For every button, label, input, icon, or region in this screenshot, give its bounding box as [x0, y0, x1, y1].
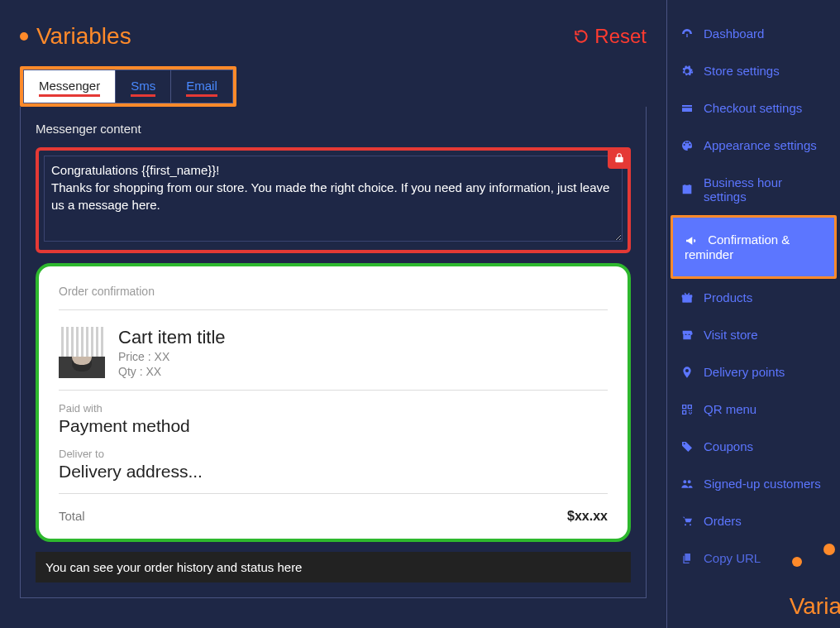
lock-badge [608, 147, 631, 169]
bullet-icon [20, 32, 28, 41]
total-value: $xx.xx [567, 509, 608, 524]
pin-icon [680, 366, 694, 379]
reset-button[interactable]: Reset [573, 25, 647, 48]
divider [59, 493, 608, 494]
floating-label: Varia [790, 593, 840, 620]
tab-email[interactable]: Email [171, 70, 232, 103]
paid-with-label: Paid with [59, 402, 608, 415]
divider [59, 309, 608, 310]
megaphone-icon [685, 234, 698, 247]
dashboard-icon [680, 27, 694, 41]
deliver-to-value: Delivery address... [59, 462, 608, 482]
sidebar-item-orders[interactable]: Orders [667, 502, 840, 539]
total-label: Total [59, 509, 85, 524]
palette-icon [680, 139, 694, 152]
sidebar-item-coupons[interactable]: Coupons [667, 428, 840, 465]
cart-item-image [59, 327, 105, 378]
cart-icon [680, 515, 694, 528]
qr-icon [680, 403, 694, 416]
sidebar-item-confirmation-reminder[interactable]: Confirmation & reminder [671, 215, 837, 279]
order-confirmation-title: Order confirmation [59, 285, 608, 298]
history-preview: You can see your order history and statu… [36, 552, 631, 582]
sidebar-item-qr-menu[interactable]: QR menu [667, 391, 840, 428]
content-panel: Messenger content Order confirmation Car… [20, 107, 647, 598]
sidebar-item-business-hour-settings[interactable]: Business hour settings [667, 164, 840, 215]
section-label: Messenger content [36, 122, 631, 136]
sidebar-item-delivery-points[interactable]: Delivery points [667, 353, 840, 391]
cart-item-qty: Qty : XX [118, 365, 226, 378]
gear-icon [680, 65, 694, 78]
deliver-to-label: Deliver to [59, 448, 608, 460]
sidebar-item-products[interactable]: Products [667, 279, 840, 316]
sidebar-item-signed-up-customers[interactable]: Signed-up customers [667, 465, 840, 502]
card-icon [680, 102, 694, 115]
decoration-dot [823, 544, 835, 555]
sidebar-item-appearance-settings[interactable]: Appearance settings [667, 127, 840, 164]
sidebar: Dashboard Store settings Checkout settin… [666, 0, 840, 628]
decoration-dot [792, 557, 802, 567]
sidebar-item-visit-store[interactable]: Visit store [667, 316, 840, 353]
sidebar-item-dashboard[interactable]: Dashboard [667, 15, 840, 52]
tabs: Messenger Sms Email [23, 70, 233, 103]
tabs-highlight: Messenger Sms Email [20, 66, 236, 107]
lock-icon [613, 152, 625, 164]
tab-messenger[interactable]: Messenger [24, 70, 116, 103]
calendar-icon [680, 183, 694, 196]
sidebar-item-checkout-settings[interactable]: Checkout settings [667, 89, 840, 127]
store-icon [680, 328, 694, 342]
page-title: Variables [36, 23, 131, 50]
reset-label: Reset [594, 25, 647, 48]
cart-item-title: Cart item title [118, 327, 226, 348]
users-icon [680, 477, 694, 491]
tab-sms[interactable]: Sms [116, 70, 171, 103]
order-confirmation-preview: Order confirmation Cart item title Price… [36, 263, 631, 542]
sidebar-item-copy-url[interactable]: Copy URL [667, 539, 840, 577]
copy-icon [680, 552, 694, 565]
messenger-content-textarea[interactable] [44, 156, 623, 242]
tags-icon [680, 440, 694, 453]
sidebar-item-store-settings[interactable]: Store settings [667, 52, 840, 89]
undo-icon [573, 28, 589, 45]
paid-with-value: Payment method [59, 416, 608, 436]
divider [59, 390, 608, 391]
editor-highlight [36, 147, 631, 253]
gift-icon [680, 291, 694, 304]
cart-item-price: Price : XX [118, 350, 226, 363]
